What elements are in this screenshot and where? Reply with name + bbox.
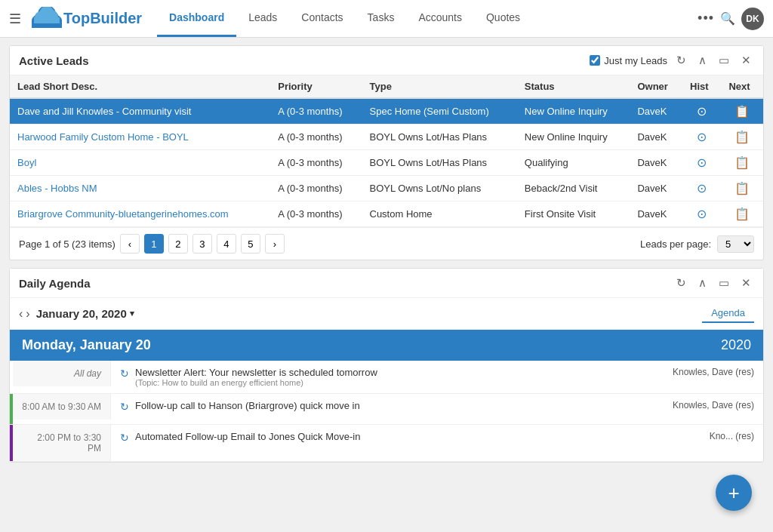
event-time: 2:00 PM to 3:30 PM [13, 425, 111, 461]
page-btn-5[interactable]: 5 [241, 234, 260, 254]
history-icon[interactable]: ⊙ [697, 131, 707, 143]
tab-quotes[interactable]: Quotes [474, 0, 532, 37]
daily-agenda-widget: Daily Agenda ↻ ∧ ▭ ✕ ‹ › January 20, 202… [9, 268, 764, 463]
cell-status: Beback/2nd Visit [517, 176, 630, 201]
event-title: Automated Follow-up Email to Jones Quick… [135, 431, 679, 442]
cell-hist: ⊙ [682, 98, 721, 125]
page-btn-4[interactable]: 4 [217, 234, 236, 254]
cell-type: BOYL Owns Lot/No plans [362, 176, 517, 201]
lead-link[interactable]: Harwood Family Custom Home - BOYL [17, 131, 189, 143]
logo-text: TopBuilder [63, 10, 142, 27]
nav-tabs: Dashboard Leads Contacts Tasks Accounts … [157, 0, 532, 37]
hamburger-icon[interactable]: ☰ [9, 11, 21, 27]
agenda-collapse-icon[interactable]: ∧ [695, 275, 710, 291]
lead-link[interactable]: Ables - Hobbs NM [17, 183, 97, 194]
just-my-leads-label[interactable]: Just my Leads [590, 55, 667, 66]
navbar: ☰ TopBuilder Dashboard Leads Contacts Ta… [0, 0, 773, 38]
cell-status: Qualifying [517, 150, 630, 176]
page-btn-2[interactable]: 2 [168, 234, 188, 254]
next-icon[interactable]: 📋 [735, 156, 750, 169]
agenda-event-item[interactable]: 8:00 AM to 9:30 AM ↻ Follow-up call to H… [10, 394, 763, 425]
history-icon[interactable]: ⊙ [697, 105, 707, 118]
event-body: Automated Follow-up Email to Jones Quick… [135, 431, 679, 442]
history-icon[interactable]: ⊙ [697, 182, 707, 195]
expand-icon[interactable]: ▭ [716, 52, 732, 69]
agenda-nav-buttons: ‹ › [19, 307, 30, 321]
next-icon[interactable]: 📋 [735, 182, 750, 195]
just-my-leads-text: Just my Leads [604, 55, 667, 66]
just-my-leads-checkbox[interactable] [590, 55, 600, 66]
per-page-select[interactable]: 5 10 20 50 [717, 235, 754, 253]
table-row[interactable]: Ables - Hobbs NM A (0-3 months) BOYL Own… [10, 176, 763, 201]
event-content: ↻ Newsletter Alert: Your newsletter is s… [111, 361, 664, 393]
agenda-event-item[interactable]: All day ↻ Newsletter Alert: Your newslet… [10, 361, 763, 394]
next-icon[interactable]: 📋 [735, 105, 750, 118]
table-row[interactable]: Briargrove Community-bluetangerinehomes.… [10, 201, 763, 227]
agenda-date[interactable]: January 20, 2020 ▾ [36, 307, 134, 320]
more-icon[interactable]: ••• [698, 11, 714, 26]
tab-agenda[interactable]: Agenda [702, 304, 754, 323]
cell-owner: DaveK [630, 201, 682, 227]
lead-link[interactable]: Briargrove Community-bluetangerinehomes.… [17, 208, 229, 220]
close-icon[interactable]: ✕ [738, 52, 754, 69]
next-page-btn[interactable]: › [265, 234, 285, 254]
table-row[interactable]: Dave and Jill Knowles - Community visit … [10, 98, 763, 125]
refresh-icon[interactable]: ↻ [673, 52, 689, 69]
tab-accounts[interactable]: Accounts [406, 0, 474, 37]
table-row[interactable]: Boyl A (0-3 months) BOYL Owns Lot/Has Pl… [10, 150, 763, 176]
logo-icon [30, 7, 63, 31]
agenda-refresh-icon[interactable]: ↻ [673, 275, 689, 291]
tab-dashboard[interactable]: Dashboard [157, 0, 236, 37]
col-desc: Lead Short Desc. [10, 75, 270, 98]
cell-desc: Dave and Jill Knowles - Community visit [10, 98, 270, 125]
cell-desc: Harwood Family Custom Home - BOYL [10, 125, 270, 150]
page-btn-3[interactable]: 3 [192, 234, 212, 254]
active-leads-widget: Active Leads Just my Leads ↻ ∧ ▭ ✕ Lead … [9, 45, 764, 260]
collapse-icon[interactable]: ∧ [695, 52, 710, 69]
logo[interactable]: TopBuilder [30, 7, 142, 31]
table-header-row: Lead Short Desc. Priority Type Status Ow… [10, 75, 763, 98]
agenda-event-item[interactable]: 2:00 PM to 3:30 PM ↻ Automated Follow-up… [10, 425, 763, 462]
agenda-close-icon[interactable]: ✕ [738, 275, 754, 291]
table-row[interactable]: Harwood Family Custom Home - BOYL A (0-3… [10, 125, 763, 150]
svg-rect-8 [34, 17, 60, 23]
daily-agenda-title: Daily Agenda [19, 277, 673, 290]
sync-icon: ↻ [120, 432, 129, 444]
col-hist: Hist [682, 75, 721, 98]
tab-tasks[interactable]: Tasks [356, 0, 407, 37]
agenda-widget-controls: ↻ ∧ ▭ ✕ [673, 275, 754, 291]
cell-hist: ⊙ [682, 125, 721, 150]
lead-link[interactable]: Boyl [17, 157, 36, 168]
lead-link[interactable]: Dave and Jill Knowles - Community visit [17, 106, 191, 117]
history-icon[interactable]: ⊙ [697, 156, 707, 169]
pagination-left: Page 1 of 5 (23 items) ‹ 1 2 3 4 5 › [19, 234, 285, 254]
cell-priority: A (0-3 months) [270, 201, 362, 227]
leads-table-wrapper: Lead Short Desc. Priority Type Status Ow… [10, 75, 763, 227]
prev-page-btn[interactable]: ‹ [120, 234, 140, 254]
event-content: ↻ Follow-up call to Hanson (Briargrove) … [111, 394, 664, 419]
col-next: Next [721, 75, 763, 98]
cell-owner: DaveK [630, 150, 682, 176]
tab-leads[interactable]: Leads [236, 0, 289, 37]
event-body: Follow-up call to Hanson (Briargrove) qu… [135, 400, 654, 411]
agenda-expand-icon[interactable]: ▭ [716, 275, 732, 291]
daily-agenda-header: Daily Agenda ↻ ∧ ▭ ✕ [10, 269, 763, 298]
search-icon[interactable]: 🔍 [720, 11, 735, 26]
cell-priority: A (0-3 months) [270, 98, 362, 125]
pagination-bar: Page 1 of 5 (23 items) ‹ 1 2 3 4 5 › Lea… [10, 227, 763, 260]
next-icon[interactable]: 📋 [735, 208, 750, 220]
widget-controls: Just my Leads ↻ ∧ ▭ ✕ [590, 52, 754, 69]
tab-contacts[interactable]: Contacts [289, 0, 355, 37]
agenda-events: All day ↻ Newsletter Alert: Your newslet… [10, 361, 763, 462]
cell-next: 📋 [721, 125, 763, 150]
event-owner: Knowles, Dave (res) [664, 361, 763, 383]
avatar[interactable]: DK [741, 8, 764, 30]
cell-desc: Briargrove Community-bluetangerinehomes.… [10, 201, 270, 227]
cell-hist: ⊙ [682, 201, 721, 227]
prev-month-btn[interactable]: ‹ [19, 307, 23, 321]
cell-priority: A (0-3 months) [270, 150, 362, 176]
history-icon[interactable]: ⊙ [697, 208, 707, 220]
page-btn-1[interactable]: 1 [144, 234, 164, 254]
next-icon[interactable]: 📋 [735, 131, 750, 143]
next-month-btn[interactable]: › [26, 307, 29, 321]
